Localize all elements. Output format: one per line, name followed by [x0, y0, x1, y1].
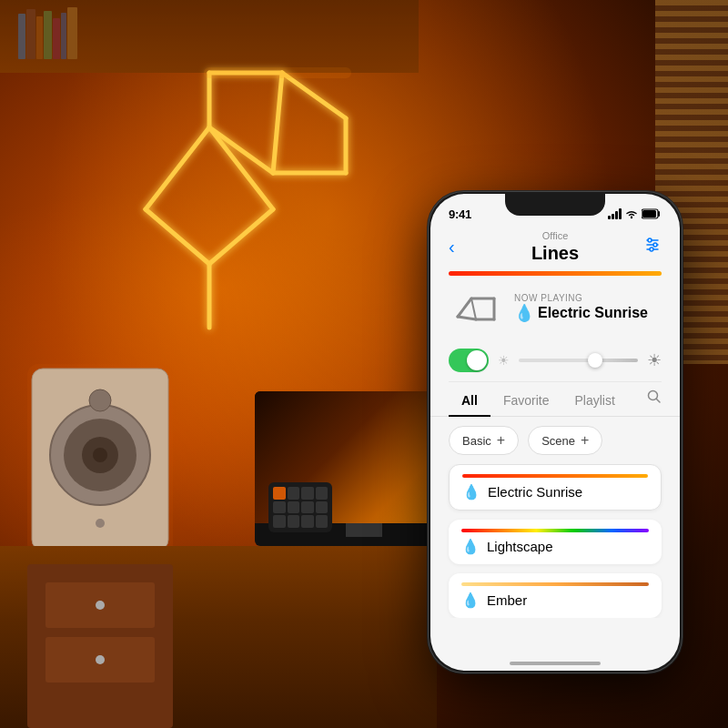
- nav-title-area: Office Lines: [476, 230, 634, 264]
- desk-controller: [268, 482, 332, 532]
- status-time: 9:41: [449, 207, 471, 221]
- speaker: [27, 364, 173, 555]
- settings-button[interactable]: [634, 236, 662, 258]
- now-playing-label: Now Playing: [514, 293, 662, 303]
- scene-list: 💧 Electric Sunrise 💧 Lightscape: [430, 464, 680, 618]
- svg-line-48: [471, 298, 476, 319]
- svg-line-43: [458, 298, 471, 317]
- categories-row: Basic + Scene +: [430, 417, 680, 464]
- wifi-icon: [625, 208, 638, 219]
- device-shape-icon: [449, 285, 503, 330]
- signal-icon: [608, 208, 622, 219]
- toggle-thumb: [467, 350, 487, 370]
- svg-line-16: [209, 209, 273, 264]
- svg-rect-28: [27, 364, 173, 555]
- svg-point-40: [653, 243, 657, 247]
- scene-item-ember[interactable]: 💧 Ember: [449, 573, 662, 618]
- tab-playlist[interactable]: Playlist: [561, 388, 627, 417]
- scene-label-electric-sunrise: Electric Sunrise: [488, 484, 582, 500]
- svg-line-9: [282, 73, 346, 118]
- svg-point-33: [96, 655, 105, 664]
- scene-item-electric-sunrise[interactable]: 💧 Electric Sunrise: [449, 464, 662, 511]
- phone-device: 9:41: [428, 191, 682, 673]
- controls-row: ☀ ☀: [430, 339, 680, 381]
- nav-subtitle: Office: [476, 230, 634, 242]
- device-info: Now Playing 💧 Electric Sunrise: [514, 293, 662, 323]
- device-preview: Now Playing 💧 Electric Sunrise: [430, 276, 680, 339]
- svg-line-14: [273, 73, 282, 173]
- nav-header: ‹ Office Lines: [430, 227, 680, 271]
- electric-sunrise-color-bar: [462, 474, 648, 478]
- current-scene-name: 💧 Electric Sunrise: [514, 303, 662, 323]
- desk: [0, 546, 437, 728]
- ember-color-bar: [461, 582, 649, 586]
- battery-icon: [642, 208, 662, 219]
- drop-icon-2: 💧: [461, 538, 480, 555]
- svg-point-32: [96, 601, 105, 610]
- status-icons: [608, 208, 662, 219]
- scene-category-button[interactable]: Scene +: [528, 426, 602, 455]
- back-button[interactable]: ‹: [449, 237, 476, 258]
- drop-icon-1: 💧: [462, 483, 480, 500]
- power-toggle[interactable]: [449, 349, 489, 372]
- tabs-row: All Favorite Playlist: [430, 382, 680, 417]
- brightness-high-icon: ☀: [647, 350, 662, 370]
- svg-point-34: [631, 217, 632, 218]
- scene-item-lightscape[interactable]: 💧 Lightscape: [449, 520, 662, 564]
- phone-shell: 9:41: [428, 191, 682, 673]
- brightness-thumb: [588, 353, 602, 368]
- scene-label-lightscape: Lightscape: [487, 539, 553, 554]
- drop-icon-3: 💧: [461, 592, 480, 609]
- svg-point-42: [650, 248, 653, 251]
- tab-favorite[interactable]: Favorite: [490, 388, 562, 417]
- lightscape-color-bar: [461, 529, 649, 532]
- brightness-low-icon: ☀: [498, 353, 510, 368]
- scene-label-ember: Ember: [487, 592, 527, 608]
- svg-rect-36: [642, 210, 656, 217]
- svg-point-38: [648, 238, 652, 242]
- search-button[interactable]: [647, 389, 662, 415]
- phone-screen: 9:41: [430, 194, 680, 671]
- tab-all[interactable]: All: [449, 388, 490, 417]
- light-strips: [73, 55, 419, 346]
- brightness-slider[interactable]: [519, 359, 638, 362]
- phone-notch: [505, 194, 605, 216]
- basic-category-button[interactable]: Basic +: [449, 426, 519, 455]
- nav-main-title: Lines: [476, 242, 634, 264]
- svg-line-18: [146, 127, 209, 209]
- svg-line-47: [458, 317, 476, 319]
- svg-line-50: [657, 399, 661, 402]
- home-indicator: [510, 662, 601, 665]
- svg-line-15: [146, 209, 209, 264]
